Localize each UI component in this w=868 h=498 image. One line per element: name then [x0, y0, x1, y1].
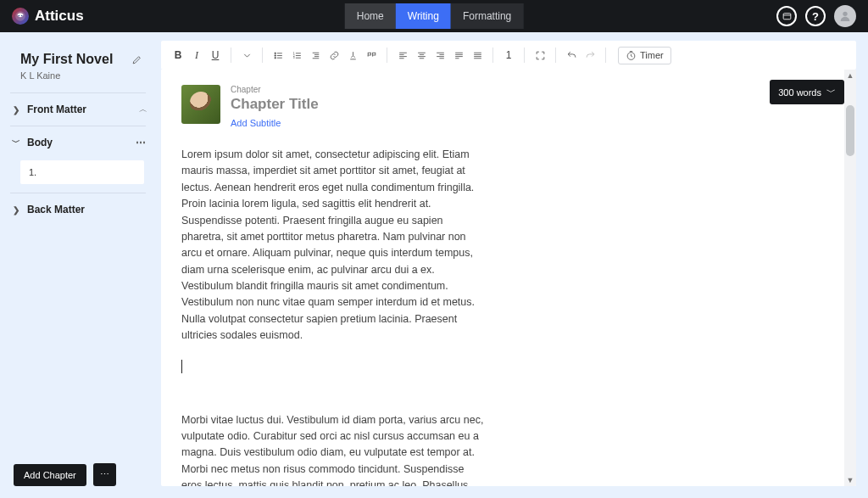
collapse-sidebar-icon[interactable]: ︿	[136, 104, 156, 115]
book-title: My First Novel	[20, 51, 113, 67]
italic-button[interactable]: I	[188, 47, 205, 64]
svg-rect-11	[368, 53, 370, 55]
paragraph[interactable]: Lorem ipsum dolor sit amet, consectetur …	[181, 147, 487, 344]
app-name: Atticus	[35, 8, 84, 25]
tab-writing[interactable]: Writing	[396, 3, 451, 29]
timer-label: Timer	[640, 50, 664, 60]
underline-button[interactable]: U	[207, 47, 224, 64]
author-image	[181, 85, 220, 124]
align-justify-left-button[interactable]	[450, 47, 467, 64]
help-icon[interactable]: ?	[805, 6, 826, 26]
svg-text:3: 3	[292, 56, 294, 59]
chevron-right-icon: ❯	[12, 205, 20, 215]
redo-button[interactable]	[581, 47, 598, 64]
align-left-button[interactable]	[394, 47, 411, 64]
book-author: K L Kaine	[20, 70, 113, 81]
brand[interactable]: Atticus	[12, 8, 84, 25]
clock-icon	[626, 50, 637, 61]
blockquote-button[interactable]	[363, 47, 380, 64]
account-avatar[interactable]	[834, 5, 856, 27]
word-count-label: 300 words	[778, 87, 821, 98]
chevron-down-icon: ﹀	[826, 86, 836, 98]
svg-point-5	[274, 53, 275, 54]
scroll-up-icon[interactable]: ▲	[844, 71, 856, 80]
add-chapter-button[interactable]: Add Chapter	[14, 464, 86, 486]
heading-level-button[interactable]: 1	[500, 47, 517, 64]
section-label: Front Matter	[27, 104, 125, 115]
bold-button[interactable]: B	[170, 47, 186, 64]
align-right-button[interactable]	[431, 47, 448, 64]
sidebar: My First Novel K L Kaine ❯ Front Matter …	[0, 32, 156, 498]
timer-button[interactable]: Timer	[618, 47, 671, 64]
svg-point-6	[274, 54, 275, 56]
text-style-dropdown[interactable]	[238, 47, 255, 64]
align-center-button[interactable]	[413, 47, 430, 64]
editor[interactable]: Chapter Chapter Title Add Subtitle Lorem…	[161, 70, 856, 486]
edit-book-icon[interactable]	[131, 54, 142, 68]
section-front-matter[interactable]: ❯ Front Matter	[0, 93, 136, 126]
app-logo-icon	[12, 8, 29, 25]
clear-format-button[interactable]	[344, 47, 361, 64]
chapter-title[interactable]: Chapter Title	[231, 96, 319, 113]
header-right: ?	[776, 5, 856, 27]
svg-point-1	[18, 15, 19, 17]
tab-home[interactable]: Home	[345, 3, 396, 29]
add-subtitle-link[interactable]: Add Subtitle	[231, 118, 319, 128]
tab-formatting[interactable]: Formatting	[451, 3, 523, 29]
paragraph[interactable]: Morbi vitae luctus dui. Vestibulum id di…	[181, 412, 487, 487]
chevron-down-icon: ﹀	[12, 137, 20, 148]
main-area: ‹ More Tools B I U 123 1	[156, 32, 868, 498]
svg-point-2	[21, 15, 23, 17]
section-body[interactable]: ﹀ Body ⋯	[0, 126, 156, 159]
undo-button[interactable]	[563, 47, 580, 64]
indent-list-button[interactable]	[307, 47, 324, 64]
nav-tabs: Home Writing Formatting	[345, 3, 524, 29]
chapter-kicker: Chapter	[231, 85, 319, 94]
align-justify-button[interactable]	[469, 47, 486, 64]
svg-rect-3	[783, 13, 791, 19]
section-back-matter[interactable]: ❯ Back Matter	[0, 193, 156, 226]
numbered-list-button[interactable]: 123	[288, 47, 305, 64]
bullet-list-button[interactable]	[270, 47, 287, 64]
scroll-down-icon[interactable]: ▼	[844, 476, 856, 484]
svg-rect-12	[372, 53, 375, 55]
text-cursor	[181, 360, 836, 373]
add-chapter-more-button[interactable]: ⋯	[93, 463, 116, 486]
fullscreen-button[interactable]	[531, 47, 548, 64]
editor-toolbar: B I U 123 1	[161, 41, 856, 70]
svg-point-7	[274, 57, 275, 59]
word-count-pill[interactable]: 300 words ﹀	[770, 80, 844, 104]
chapter-list-item[interactable]: 1.	[20, 160, 144, 184]
vertical-scrollbar[interactable]: ▲ ▼	[844, 70, 856, 486]
board-icon[interactable]	[776, 6, 797, 26]
section-label: Body	[27, 137, 129, 148]
scroll-thumb[interactable]	[846, 105, 854, 156]
top-bar: Atticus Home Writing Formatting ?	[0, 0, 868, 32]
link-button[interactable]	[326, 47, 342, 64]
editor-container: 300 words ﹀ Chapter Chapter Title Add Su…	[161, 70, 856, 486]
section-label: Back Matter	[27, 204, 146, 215]
section-more-icon[interactable]: ⋯	[136, 137, 146, 148]
svg-point-4	[843, 12, 847, 16]
chevron-right-icon: ❯	[12, 105, 20, 115]
